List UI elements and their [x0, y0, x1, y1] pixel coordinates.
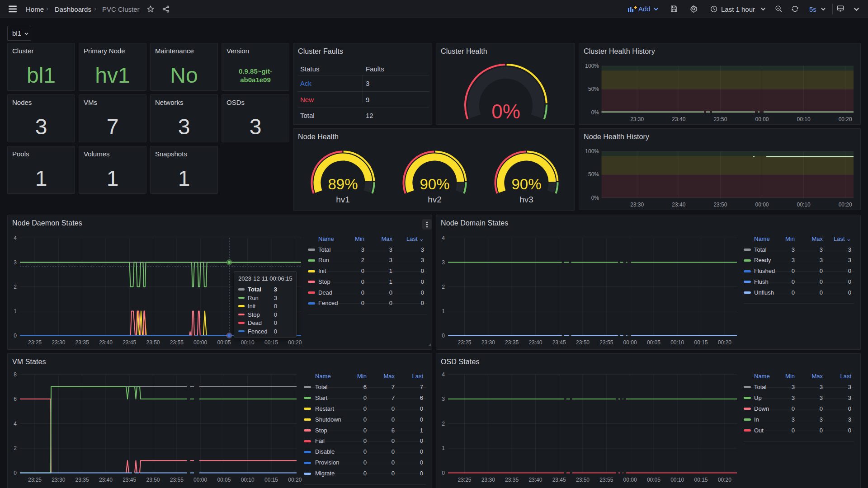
svg-text:23:25: 23:25 — [458, 477, 471, 483]
svg-text:8: 8 — [14, 371, 17, 378]
svg-text:00:15: 00:15 — [694, 339, 708, 346]
svg-text:23:45: 23:45 — [123, 339, 136, 346]
svg-text:23:45: 23:45 — [552, 477, 566, 483]
svg-text:23:30: 23:30 — [52, 339, 65, 346]
svg-text:0%: 0% — [591, 195, 599, 201]
svg-text:23:40: 23:40 — [99, 339, 113, 346]
svg-text:00:20: 00:20 — [839, 116, 852, 122]
svg-text:2: 2 — [442, 284, 445, 290]
svg-text:23:30: 23:30 — [481, 477, 495, 483]
svg-text:00:00: 00:00 — [623, 477, 637, 483]
svg-text:23:55: 23:55 — [599, 339, 613, 346]
svg-text:23:40: 23:40 — [528, 339, 542, 346]
svg-text:23:50: 23:50 — [576, 339, 590, 346]
svg-text:23:35: 23:35 — [505, 339, 519, 346]
svg-text:23:50: 23:50 — [576, 477, 590, 483]
svg-text:0: 0 — [14, 333, 17, 339]
svg-text:0: 0 — [442, 333, 445, 339]
svg-text:23:55: 23:55 — [599, 477, 613, 483]
svg-text:00:00: 00:00 — [755, 116, 769, 122]
svg-text:23:35: 23:35 — [505, 477, 519, 483]
svg-text:23:40: 23:40 — [528, 477, 542, 483]
svg-text:00:10: 00:10 — [797, 202, 811, 208]
svg-text:1: 1 — [442, 308, 445, 314]
svg-text:0: 0 — [442, 470, 445, 476]
svg-text:hv3: hv3 — [519, 195, 533, 204]
svg-text:00:20: 00:20 — [839, 202, 852, 208]
svg-text:00:15: 00:15 — [694, 477, 708, 483]
svg-text:100%: 100% — [585, 63, 599, 69]
svg-text:00:20: 00:20 — [288, 477, 302, 483]
svg-text:90%: 90% — [511, 176, 541, 192]
svg-text:23:30: 23:30 — [481, 339, 495, 346]
svg-text:3: 3 — [14, 259, 17, 266]
svg-text:23:50: 23:50 — [713, 202, 727, 208]
svg-text:hv2: hv2 — [428, 195, 442, 204]
svg-text:4: 4 — [442, 371, 445, 378]
svg-text:00:10: 00:10 — [670, 339, 684, 346]
svg-text:2: 2 — [442, 421, 445, 427]
svg-text:23:40: 23:40 — [672, 116, 685, 122]
svg-text:00:20: 00:20 — [718, 477, 731, 483]
svg-text:0: 0 — [14, 470, 17, 476]
svg-text:00:00: 00:00 — [623, 339, 637, 346]
svg-text:2: 2 — [14, 445, 17, 451]
svg-text:00:05: 00:05 — [217, 339, 231, 346]
svg-text:23:30: 23:30 — [52, 477, 65, 483]
svg-text:00:00: 00:00 — [193, 477, 207, 483]
svg-text:0%: 0% — [591, 109, 599, 116]
svg-text:23:55: 23:55 — [170, 339, 184, 346]
svg-text:2: 2 — [14, 284, 17, 290]
svg-text:23:30: 23:30 — [630, 116, 644, 122]
svg-text:23:35: 23:35 — [75, 477, 89, 483]
svg-text:50%: 50% — [588, 86, 599, 92]
svg-text:23:55: 23:55 — [170, 477, 184, 483]
svg-text:00:15: 00:15 — [264, 339, 278, 346]
svg-text:3: 3 — [442, 259, 445, 266]
svg-text:4: 4 — [442, 235, 445, 241]
svg-text:90%: 90% — [420, 176, 449, 192]
svg-text:23:45: 23:45 — [123, 477, 136, 483]
svg-text:89%: 89% — [328, 176, 358, 192]
svg-text:00:05: 00:05 — [217, 477, 231, 483]
svg-text:4: 4 — [14, 421, 17, 427]
svg-text:00:00: 00:00 — [193, 339, 207, 346]
svg-text:00:15: 00:15 — [264, 477, 278, 483]
svg-text:hv1: hv1 — [336, 195, 350, 204]
svg-text:1: 1 — [14, 308, 17, 314]
svg-text:00:05: 00:05 — [647, 339, 660, 346]
svg-text:3: 3 — [442, 396, 445, 402]
svg-text:23:45: 23:45 — [552, 339, 566, 346]
svg-text:00:10: 00:10 — [797, 116, 811, 122]
svg-text:00:00: 00:00 — [755, 202, 769, 208]
svg-text:1: 1 — [442, 445, 445, 451]
svg-text:00:10: 00:10 — [241, 477, 255, 483]
svg-text:50%: 50% — [588, 171, 599, 178]
svg-text:00:10: 00:10 — [241, 339, 255, 346]
svg-text:23:25: 23:25 — [28, 477, 42, 483]
svg-text:23:30: 23:30 — [630, 202, 644, 208]
svg-text:100%: 100% — [585, 148, 599, 155]
svg-text:23:35: 23:35 — [75, 339, 89, 346]
svg-text:23:40: 23:40 — [99, 477, 113, 483]
svg-text:23:50: 23:50 — [713, 116, 727, 122]
svg-text:00:20: 00:20 — [288, 339, 302, 346]
svg-text:0%: 0% — [491, 100, 520, 122]
svg-text:23:40: 23:40 — [672, 202, 685, 208]
svg-text:00:10: 00:10 — [670, 477, 684, 483]
svg-text:23:25: 23:25 — [28, 339, 42, 346]
svg-text:00:20: 00:20 — [718, 339, 731, 346]
svg-text:4: 4 — [14, 235, 17, 241]
svg-text:00:05: 00:05 — [647, 477, 660, 483]
svg-text:23:25: 23:25 — [458, 339, 471, 346]
svg-text:6: 6 — [14, 396, 17, 402]
svg-text:23:50: 23:50 — [146, 477, 160, 483]
svg-text:23:50: 23:50 — [146, 339, 160, 346]
